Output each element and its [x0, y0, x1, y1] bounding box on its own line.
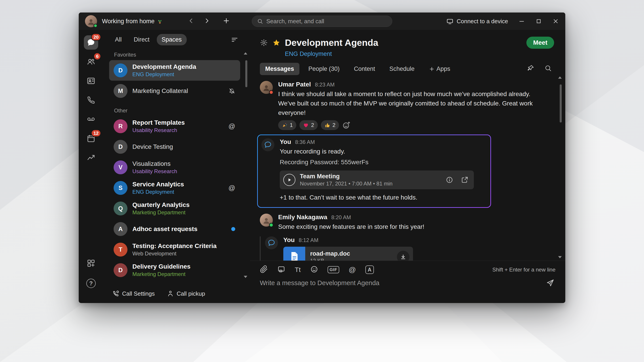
sidebar-scroll-down[interactable] — [244, 276, 247, 278]
space-title-heading: Development Agenda — [285, 37, 378, 48]
add-reaction-button[interactable] — [342, 121, 350, 129]
messages-scrollbar-thumb[interactable] — [560, 84, 562, 122]
rail-insights[interactable] — [84, 151, 98, 165]
format-text-icon[interactable]: Tt — [295, 266, 301, 273]
space-subtitle: ENG Deployment — [132, 189, 184, 195]
team-link[interactable]: ENG Deployment — [285, 50, 565, 57]
mention-icon: @ — [228, 184, 235, 192]
recording-info-button[interactable] — [446, 176, 453, 184]
space-item-report-templates[interactable]: R Report Templates Usability Research @ — [109, 116, 240, 137]
presence-dnd-dot — [269, 90, 274, 94]
chat-bubble-avatar-icon — [264, 141, 272, 149]
reaction-thumbs-up[interactable]: 2 — [321, 120, 339, 130]
messages-scroll-up[interactable] — [558, 76, 562, 79]
space-item-quarterly-analytics[interactable]: Q Quarterly Analytics Marketing Departme… — [109, 198, 240, 219]
rail-messaging[interactable]: 20 — [84, 35, 98, 50]
sidebar-scrollbar-thumb[interactable] — [245, 60, 247, 87]
minimize-button[interactable] — [518, 18, 525, 24]
reaction-heart[interactable]: 2 — [300, 120, 318, 130]
maximize-button[interactable] — [535, 18, 542, 24]
tab-people[interactable]: People (30) — [303, 63, 345, 75]
message-author: Emily Nakagawa — [278, 214, 327, 221]
forward-icon[interactable] — [203, 17, 210, 25]
message-text: I think we should all take a moment to r… — [278, 89, 538, 117]
tab-direct[interactable]: Direct — [129, 34, 154, 45]
play-button[interactable] — [283, 174, 296, 186]
phone-icon — [86, 96, 96, 105]
rail-help[interactable]: ? — [84, 276, 98, 291]
rail-voicemail[interactable] — [84, 112, 98, 126]
gif-icon[interactable]: GIF — [328, 266, 340, 273]
tab-spaces[interactable]: Spaces — [157, 34, 187, 45]
space-item-delivery-guidelines[interactable]: D Delivery Guidelines Marketing Departme… — [109, 260, 240, 281]
message-input[interactable]: Write a message to Development Agenda — [260, 279, 546, 287]
rail-apps[interactable] — [84, 256, 98, 270]
space-item-device-testing[interactable]: D Device Testing — [109, 137, 240, 157]
avatar-emily-nakagawa[interactable] — [260, 214, 273, 227]
messages-scroll-down[interactable] — [558, 256, 562, 258]
space-subtitle: Marketing Department — [132, 271, 190, 277]
spaces-sidebar: All Direct Spaces Favorites D Developmen… — [103, 30, 250, 303]
space-item-adhoc-asset-requests[interactable]: A Adhoc asset requests — [109, 219, 240, 239]
rail-contacts[interactable] — [84, 74, 98, 88]
space-settings-gear-icon[interactable] — [260, 39, 268, 47]
screen-capture-icon[interactable] — [277, 265, 285, 274]
reaction-celebrate[interactable]: 1 — [278, 120, 296, 130]
message-list[interactable]: Umar Patel 8:23 AM I think we should all… — [250, 75, 565, 261]
connect-to-device-button[interactable]: Connect to a device — [446, 18, 508, 25]
rail-calling[interactable] — [84, 93, 98, 107]
space-item-service-analytics[interactable]: S Service Analytics ENG Deployment @ — [109, 178, 240, 198]
tab-messages[interactable]: Messages — [260, 63, 300, 75]
file-attachment-card[interactable]: road-map.doc 12 KB — [283, 247, 413, 261]
back-icon[interactable] — [188, 17, 195, 25]
titlebar: Working from home — [79, 12, 565, 30]
space-avatar: V — [114, 160, 128, 174]
favorite-star-icon[interactable] — [272, 39, 280, 47]
tab-schedule[interactable]: Schedule — [384, 63, 420, 75]
message-time: 8:23 AM — [315, 81, 334, 88]
recording-share-button[interactable] — [461, 176, 468, 184]
mention-icon: @ — [228, 122, 235, 130]
space-item-development-agenda[interactable]: D Development Agenda ENG Deployment — [109, 60, 240, 81]
attachment-icon[interactable] — [260, 265, 268, 274]
emoji-icon[interactable] — [310, 265, 318, 274]
space-avatar: Q — [114, 202, 128, 215]
recording-ready-text: Your recording is ready. — [280, 147, 485, 156]
call-pickup-label: Call pickup — [177, 290, 205, 297]
celebrate-icon — [282, 122, 288, 128]
call-settings-button[interactable]: Call Settings — [112, 290, 155, 297]
space-item-visualizations[interactable]: V Visualizations Usability Research — [109, 157, 240, 178]
call-pickup-button[interactable]: Call pickup — [167, 290, 205, 297]
new-space-plus-icon[interactable] — [222, 17, 230, 25]
pin-icon[interactable] — [527, 64, 534, 73]
rail-teams[interactable]: 6 — [84, 54, 98, 69]
space-item-marketing-collateral[interactable]: M Marketing Collateral — [109, 81, 240, 101]
teams-badge: 6 — [94, 52, 101, 60]
search-input[interactable] — [266, 18, 387, 25]
meet-button[interactable]: Meet — [526, 37, 554, 49]
search-in-space-icon[interactable] — [544, 64, 552, 73]
tab-all[interactable]: All — [110, 34, 126, 45]
recording-title: Team Meeting — [300, 173, 392, 180]
global-search-bar[interactable] — [252, 16, 392, 27]
mention-icon[interactable]: @ — [348, 266, 356, 273]
recording-password-text: Recording Password: 555werFs — [280, 158, 485, 167]
sidebar-scroll-up[interactable] — [244, 52, 247, 54]
space-item-testing-acceptance-criteria[interactable]: T Testing: Acceptance Criteria Web Devel… — [109, 239, 240, 260]
close-button[interactable] — [552, 18, 559, 24]
rail-meetings[interactable]: 12 — [84, 131, 98, 146]
send-button[interactable] — [546, 279, 554, 287]
tab-apps[interactable]: Apps — [424, 63, 456, 75]
avatar-you-bot[interactable] — [265, 236, 278, 249]
avatar-you-bot[interactable] — [262, 138, 274, 151]
profile-avatar[interactable] — [85, 15, 97, 27]
tab-content[interactable]: Content — [348, 63, 380, 75]
presence-status[interactable]: Working from home — [102, 18, 163, 25]
filter-icon[interactable] — [231, 36, 238, 43]
potted-plant-icon — [157, 18, 163, 24]
download-button[interactable] — [397, 251, 410, 261]
avatar-umar-patel[interactable] — [260, 81, 273, 94]
space-avatar: D — [114, 263, 128, 277]
apps-grid-icon — [86, 259, 96, 268]
text-style-icon[interactable]: A — [366, 266, 374, 274]
